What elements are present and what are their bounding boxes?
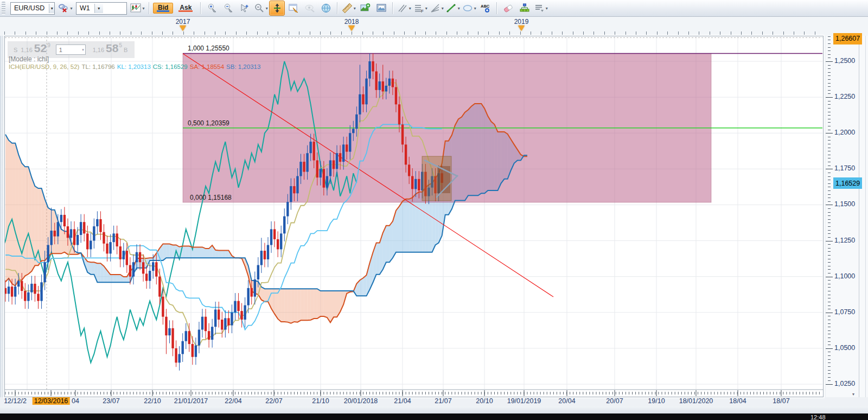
price-minor-tick [828, 237, 831, 238]
candlestick-chart[interactable] [5, 36, 823, 397]
price-minor-tick [828, 104, 831, 105]
chevron-down-icon[interactable]: ▾ [458, 6, 460, 11]
price-tick-label: 1,0750 [834, 308, 855, 316]
date-tick-label: 21/07 [435, 397, 451, 405]
date-axis[interactable]: 12/12/212/03/20160423/0722/1021/01/20172… [0, 397, 868, 406]
eraser-icon[interactable] [500, 1, 516, 16]
unlink-icon[interactable]: ▾ [58, 1, 73, 16]
price-minor-tick [828, 244, 831, 245]
chevron-down-icon[interactable]: ▾ [354, 6, 356, 11]
indicator-part-2: KL: 1,20313 [117, 63, 151, 70]
indicator-part-4: SA: 1,18554 [190, 63, 224, 70]
price-minor-tick [828, 262, 831, 263]
price-minor-tick [828, 219, 831, 220]
price-minor-tick [828, 176, 831, 177]
zoom-select-icon[interactable] [237, 1, 252, 16]
axis-options-chevron[interactable]: ▾ [852, 392, 854, 397]
zoomsel-glyph [239, 3, 250, 14]
vertical-measure-icon[interactable] [269, 1, 285, 16]
indicator-part-0: ICH(EUR/USD, 9, 26, 52) [9, 63, 79, 70]
price-minor-tick [828, 140, 831, 141]
magnifier-icon[interactable]: ▾ [253, 1, 269, 16]
segment-tool-icon[interactable]: ▾ [445, 1, 461, 16]
visibility-icon[interactable] [302, 1, 317, 16]
indicator-part-3: CS: 1,16529 [153, 63, 188, 70]
more-tools-icon[interactable]: ▾ [533, 1, 548, 16]
zoom-in-icon[interactable] [204, 1, 220, 16]
toolbar-grip[interactable] [2, 2, 5, 15]
buy-price-small: 1,16 [93, 47, 104, 53]
price-minor-tick [828, 144, 831, 144]
add-image-icon[interactable] [357, 1, 373, 16]
snapshot-icon[interactable] [373, 1, 389, 16]
unlink-glyph [58, 3, 69, 14]
seg-glyph [446, 3, 457, 14]
price-minor-tick [828, 334, 831, 334]
ruler-icon[interactable]: ▾ [341, 1, 356, 16]
fan-glyph [430, 3, 441, 14]
fibonacci-tool-icon[interactable]: F▾ [412, 1, 428, 16]
fib-glyph: F [413, 3, 424, 14]
price-major-tick [826, 348, 833, 349]
date-tick-label: 04 [72, 397, 79, 405]
fan-lines-icon[interactable]: ▾ [429, 1, 444, 16]
price-minor-tick [828, 373, 831, 374]
price-major-tick [826, 241, 833, 241]
chevron-down-icon[interactable]: ▾ [442, 6, 444, 11]
chevron-down-icon[interactable]: ▾ [546, 6, 548, 11]
abc-glyph: ABC [480, 3, 491, 14]
price-minor-tick [828, 173, 831, 173]
chevron-down-icon[interactable]: ▾ [409, 6, 411, 11]
indicator-legend: ICH(EUR/USD, 9, 26, 52)TL: 1,16796KL: 1,… [9, 63, 263, 70]
symbol-select[interactable]: EUR/USD▾ [10, 2, 55, 15]
buy-price-big[interactable]: 58 [106, 42, 118, 54]
edit-window-icon[interactable] [285, 1, 301, 16]
chevron-down-icon[interactable]: ▾ [266, 6, 268, 11]
main-toolbar: EUR/USD▾▾W1▾▾BidAsk▾▾▾F▾▾▾▾ABC▾ [0, 0, 868, 17]
price-major-tick [826, 133, 833, 133]
year-label: 2019 [514, 18, 529, 26]
chevron-down-icon[interactable]: ▾ [425, 6, 427, 11]
web-globe-icon[interactable] [318, 1, 334, 16]
price-minor-tick [828, 295, 831, 295]
price-major-tick [826, 61, 833, 62]
chart-type-icon[interactable]: ▾ [130, 1, 145, 16]
price-minor-tick [828, 320, 831, 320]
chart-plot-area[interactable]: 1,000 1,25550 0,500 1,20359 0,000 1,1516… [4, 36, 824, 397]
year-axis[interactable]: 201720182019 [0, 17, 868, 36]
hierarchy-icon[interactable] [516, 1, 532, 16]
year-label: 2017 [176, 18, 190, 26]
fib-label-50: 0,500 1,20359 [188, 119, 229, 127]
morelines-glyph [534, 3, 545, 14]
bid-button[interactable]: Bid [153, 3, 173, 14]
price-minor-tick [828, 273, 831, 273]
price-tick-label: 1,1750 [834, 164, 855, 172]
quantity-combo[interactable]: 1▾ [56, 44, 86, 55]
chevron-down-icon[interactable]: ▾ [70, 6, 72, 11]
cursor-date-tag: 12/03/2016 [33, 397, 70, 405]
zoom-out-icon[interactable] [220, 1, 236, 16]
price-minor-tick [828, 122, 831, 123]
chevron-down-icon: ▾ [82, 48, 84, 52]
parallel-lines-icon[interactable]: ▾ [396, 1, 412, 16]
chevron-down-icon[interactable]: ▾ [474, 6, 476, 11]
sell-price-big[interactable]: 52 [34, 42, 47, 54]
price-minor-tick [828, 54, 831, 55]
candlechart-glyph [130, 3, 141, 14]
text-tool-icon[interactable]: ABC [477, 1, 493, 16]
price-minor-tick [828, 65, 831, 66]
chevron-down-icon[interactable]: ▾ [142, 6, 144, 11]
imgadd-glyph [360, 3, 371, 14]
indicator-part-1: TL: 1,16796 [81, 63, 114, 70]
timeframe-select[interactable]: W1▾ [76, 2, 127, 15]
ask-button[interactable]: Ask [175, 3, 196, 14]
price-minor-tick [828, 79, 831, 80]
current-price-tag: 1,16529 [833, 177, 862, 189]
price-tick-label: 1,2000 [834, 129, 855, 136]
price-axis[interactable]: 1,25001,22501,20001,17501,15001,12501,10… [826, 36, 868, 397]
price-minor-tick [828, 194, 831, 195]
price-minor-tick [828, 212, 831, 213]
price-tick-label: 1,1500 [834, 200, 855, 208]
ellipse-tool-icon[interactable]: ▾ [461, 1, 477, 16]
price-minor-tick [828, 287, 831, 288]
